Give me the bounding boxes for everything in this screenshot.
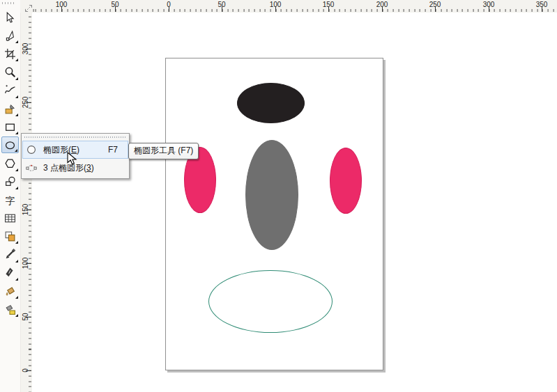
vertical-ruler[interactable]: 300250200150100500 [20,0,32,392]
black-ellipse[interactable] [237,83,305,123]
ruler-major-tick [26,263,31,264]
flyout-menu-grip[interactable] [24,136,126,139]
ruler-major-tick [542,6,542,12]
ruler-major-tick [435,6,436,12]
shape-tool[interactable] [1,27,19,44]
text-tool[interactable] [1,191,19,208]
outline-ellipse[interactable] [208,270,333,333]
ruler-major-tick [382,6,383,12]
three-point-ellipse-icon [25,162,38,173]
toolbox [0,0,21,392]
interactive-fill-tool[interactable] [1,301,19,317]
app-window: { "rulers": { "horizontal": { "labels": … [0,0,557,392]
flyout-indicator-icon [15,95,18,98]
zoom-tool[interactable] [1,64,19,81]
ruler-major-tick [169,6,169,12]
pick-icon [4,12,16,24]
fill-tool[interactable] [1,283,19,299]
ruler-major-tick [489,6,489,12]
polygon-tool[interactable] [1,155,19,172]
flyout-indicator-icon [15,278,18,281]
blend-tool[interactable] [1,228,19,244]
smart-fill-tool[interactable] [1,100,19,117]
polygon-icon [4,157,16,169]
horizontal-ruler[interactable]: 10050050100150200250300350 [32,0,557,13]
flyout-indicator-icon [15,314,18,317]
flyout-indicator-icon [15,241,18,244]
table-icon [4,212,16,224]
fill-icon [4,285,16,297]
menu-item-ellipse-shortcut: F7 [108,145,118,155]
ruler-major-tick [26,49,31,49]
crop-tool[interactable] [1,45,19,62]
basic-shapes-tool[interactable] [1,173,19,190]
zoom-icon [4,66,16,78]
ruler-major-tick [328,6,329,12]
vertical-ruler-ticks [29,0,31,392]
ellipse-icon [25,144,38,155]
text-icon [4,194,16,206]
flyout-indicator-icon [15,77,18,80]
eyedropper-tool[interactable] [1,246,19,263]
shape-icon [4,30,16,42]
mouse-cursor-icon [67,152,80,166]
rectangle-icon [4,121,16,133]
interactive-fill-icon [4,304,16,315]
ruler-major-tick [26,210,31,210]
ruler-major-tick [275,6,276,12]
smart-fill-icon [4,103,16,115]
ruler-major-tick [26,102,31,103]
pink-ellipse-right[interactable] [330,148,362,214]
outline-pen-tool[interactable] [1,265,19,281]
basic-shapes-icon [4,175,16,187]
ruler-origin-icon[interactable] [23,3,34,14]
flyout-indicator-icon [15,296,18,299]
ruler-major-tick [222,6,222,12]
outline-pen-icon [4,267,16,279]
pick-tool[interactable] [1,9,19,26]
flyout-indicator-icon [15,113,18,116]
eyedropper-icon [4,249,16,260]
ruler-major-tick [26,370,31,371]
rectangle-tool[interactable] [1,118,19,135]
ruler-major-tick [61,6,62,12]
ruler-major-tick [26,317,31,317]
toolbox-grip[interactable] [2,2,16,4]
flyout-indicator-icon [15,132,18,134]
flyout-indicator-icon [15,168,18,171]
flyout-indicator-icon [15,40,18,43]
blend-icon [4,230,16,242]
gray-ellipse[interactable] [245,140,298,250]
freehand-tool[interactable] [1,82,19,99]
tool-tooltip: 椭圆形工具 (F7) [128,143,199,159]
table-tool[interactable] [1,210,19,226]
flyout-indicator-icon [15,260,18,262]
flyout-indicator-icon [15,149,17,152]
crop-icon [4,48,16,60]
freehand-icon [4,84,16,96]
ruler-major-tick [115,6,116,12]
flyout-indicator-icon [15,187,18,189]
horizontal-ruler-ticks [32,9,557,12]
flyout-indicator-icon [15,58,18,61]
ellipse-tool[interactable] [1,136,19,153]
